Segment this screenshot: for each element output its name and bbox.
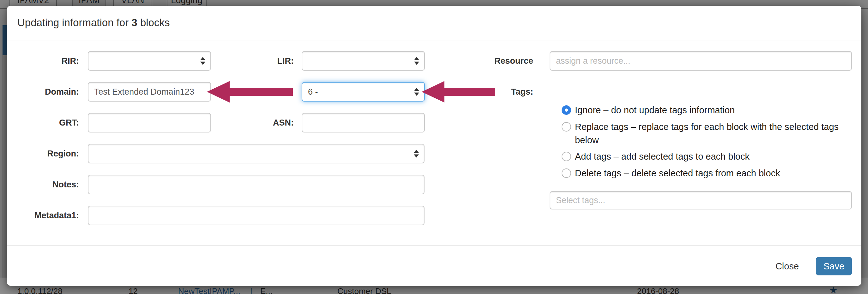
rir-label: RIR: — [18, 51, 79, 71]
select-spinner-icon — [414, 88, 419, 96]
region-label: Region: — [18, 144, 79, 163]
metadata1-label: Metadata1: — [18, 206, 79, 225]
radio-delete-label: Delete tags – delete selected tags from … — [575, 167, 780, 180]
tags-label: Tags: — [462, 82, 533, 102]
radio-add-label: Add tags – add selected tags to each blo… — [575, 150, 749, 163]
notes-input[interactable] — [88, 175, 425, 194]
lir-select[interactable] — [302, 51, 425, 71]
radio-delete-tags[interactable]: Delete tags – delete selected tags from … — [562, 167, 846, 180]
domain-label: Domain: — [18, 82, 79, 102]
modal-header: Updating information for 3 blocks — [7, 6, 861, 40]
vlan-select-value: 6 - — [308, 87, 318, 97]
modal-title-count: 3 — [131, 17, 137, 28]
grt-label: GRT: — [18, 113, 79, 133]
metadata1-input[interactable] — [88, 206, 425, 225]
radio-ignore-label: Ignore – do not update tags information — [575, 104, 735, 117]
radio-icon — [562, 152, 571, 161]
modal-title-prefix: Updating information for — [18, 17, 131, 28]
radio-selected-icon — [562, 105, 571, 115]
modal-footer-divider — [7, 246, 861, 246]
modal-title: Updating information for 3 blocks — [18, 17, 169, 29]
radio-ignore-tags[interactable]: Ignore – do not update tags information — [562, 104, 846, 117]
select-spinner-icon — [414, 150, 419, 158]
save-button[interactable]: Save — [816, 257, 852, 275]
region-select[interactable] — [88, 144, 425, 163]
vlan-label: VLAN: — [228, 82, 294, 102]
lir-label: LIR: — [228, 51, 294, 71]
radio-icon — [562, 169, 571, 178]
modal-title-suffix: blocks — [137, 17, 170, 28]
select-spinner-icon — [200, 57, 205, 65]
page: { "background": { "tabs": [ { "label": "… — [0, 0, 868, 294]
radio-replace-tags[interactable]: Replace tags – replace tags for each blo… — [562, 120, 846, 147]
asn-label: ASN: — [228, 113, 294, 133]
asn-input[interactable] — [302, 113, 425, 133]
resource-input[interactable] — [550, 51, 852, 71]
notes-label: Notes: — [18, 175, 79, 194]
update-blocks-modal: Updating information for 3 blocks RIR: L… — [7, 6, 861, 286]
radio-add-tags[interactable]: Add tags – add selected tags to each blo… — [562, 150, 846, 163]
domain-input[interactable] — [88, 82, 211, 102]
resource-label: Resource — [462, 51, 533, 71]
grt-input[interactable] — [88, 113, 211, 133]
close-button[interactable]: Close — [765, 257, 809, 275]
rir-select[interactable] — [88, 51, 211, 71]
vlan-select[interactable]: 6 - — [302, 82, 425, 102]
select-spinner-icon — [414, 57, 419, 65]
radio-replace-label: Replace tags – replace tags for each blo… — [575, 120, 839, 147]
radio-icon — [562, 122, 571, 132]
select-tags-input[interactable] — [550, 191, 852, 210]
